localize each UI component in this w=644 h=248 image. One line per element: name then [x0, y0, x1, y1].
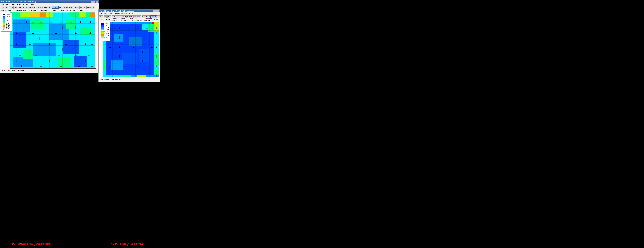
left-legend-val-4: 24.779: [6, 20, 10, 21]
right-window-controls: — □ ×: [152, 10, 160, 12]
left-tb2-query[interactable]: Query: [1, 9, 7, 11]
svg-rect: [32, 20, 44, 29]
left-legend-color-5: [3, 21, 5, 23]
right-tb2-beams[interactable]: Beams: [153, 19, 160, 21]
left-toolbar1: .LC Re BCs Loads BCs Legend Supports Rea…: [0, 6, 99, 9]
right-tb-reccontour[interactable]: Rec. Contour: [157, 15, 160, 18]
left-legend-item-8: 36.234: [3, 27, 10, 29]
left-menu-bar: File View Draw Action PLDesin Help: [0, 3, 99, 6]
right-tb2-query[interactable]: Query: [99, 19, 105, 21]
left-tb2-paths[interactable]: Paths Manager: [27, 9, 39, 11]
left-title-text: BE4E-PLPost - [1.LoadCase1-title1-LoadCa…: [1, 1, 36, 3]
left-title-bar: BE4E-PLPost - [1.LoadCase1-title1-LoadCa…: [0, 0, 99, 3]
left-tb-quadcontour[interactable]: Quad. Contour: [69, 6, 80, 9]
left-menu-help[interactable]: Help: [30, 4, 35, 6]
right-menu-help[interactable]: Help: [128, 13, 134, 15]
left-legend-val-8: 36.234: [6, 27, 10, 29]
right-legend-item-7: 58.554: [101, 34, 109, 36]
right-canvas: 15.982 23.078 30.173 37.268 44.364 51.45…: [99, 21, 160, 62]
left-tb-reactions[interactable]: Reactions: [36, 6, 43, 9]
right-maximize-btn[interactable]: □: [155, 10, 157, 12]
right-legend-item-5: 44.364: [101, 31, 109, 32]
svg-rect: [154, 22, 159, 31]
left-legend-color-1: [3, 14, 5, 15]
right-menu-action[interactable]: Action: [114, 13, 120, 15]
left-tb-maxmin[interactable]: Max/Min: [80, 6, 86, 9]
right-tb-lc[interactable]: .LC: [99, 15, 103, 18]
right-minimize-btn[interactable]: —: [152, 10, 155, 12]
left-legend-item-3: 21.916: [3, 18, 10, 19]
left-maximize-btn[interactable]: □: [93, 1, 96, 3]
left-tb2-solve[interactable]: Solve: [7, 9, 12, 11]
svg-rect: [62, 40, 79, 54]
right-tb-re[interactable]: Re: [104, 15, 107, 18]
left-tb-lc[interactable]: .LC: [1, 6, 4, 9]
left-menu-file[interactable]: File: [1, 4, 5, 6]
left-legend-item-2: 19.052: [3, 16, 10, 17]
left-tb-reccontour[interactable]: Rec. Contour: [59, 6, 69, 9]
left-legend-color-4: [3, 19, 5, 21]
svg-rect: [90, 13, 95, 17]
left-tb-assemblies[interactable]: Assemblies: [43, 6, 52, 9]
right-menu-draw[interactable]: Draw: [109, 13, 114, 15]
left-legend-color-7: [3, 25, 5, 27]
left-tb-bcs[interactable]: BCs: [9, 6, 13, 9]
left-tb2-beams[interactable]: Beams: [77, 9, 84, 11]
left-legend-color-8: [3, 27, 5, 29]
left-tb-loads[interactable]: Loads: [14, 6, 18, 9]
left-tb-drawstrip[interactable]: Draw Strip: [87, 6, 95, 9]
left-legend-val-7: 33.37: [6, 25, 10, 27]
right-close-btn[interactable]: ×: [157, 10, 160, 12]
left-legend-item-6: 30.506: [3, 23, 10, 25]
left-tb-supports[interactable]: Supports: [28, 6, 36, 9]
right-legend-box: 15.982 23.078 30.173 37.268 44.364 51.45…: [100, 22, 110, 41]
left-legend-val-2: 19.052: [6, 16, 10, 17]
right-menu-pldesin[interactable]: PLDesin: [121, 13, 128, 15]
right-legend-val-8: 65.65: [104, 37, 108, 38]
left-menu-view[interactable]: View: [5, 4, 10, 6]
right-tb2-solve[interactable]: Solve: [106, 19, 111, 21]
left-tb-bclegend[interactable]: BCs Legend: [19, 6, 28, 9]
svg-rect: [30, 13, 40, 17]
left-close-btn[interactable]: ×: [96, 1, 98, 3]
left-tb2-results[interactable]: Results Manager: [13, 9, 26, 11]
right-legend-color-6: [101, 33, 104, 34]
svg-rect: [86, 13, 90, 17]
svg-rect: [58, 57, 71, 62]
svg-rect: [148, 24, 154, 32]
right-menu-file[interactable]: File: [99, 13, 103, 15]
right-title-bar: BE4E-PLPost - [1.LoadCase1-title1-LoadCa…: [99, 10, 160, 13]
left-tb2-plcontrols[interactable]: PL Controls: [50, 9, 60, 11]
left-menu-pldesin[interactable]: PLDesin: [22, 4, 30, 6]
right-legend-color-2: [101, 25, 104, 27]
left-tb2-select[interactable]: Select Case: [40, 9, 50, 11]
left-menu-action[interactable]: Action: [16, 4, 22, 6]
left-legend-color-6: [3, 23, 5, 25]
svg-rect: [139, 49, 150, 62]
svg-rect: [103, 60, 106, 62]
left-window: BE4E-PLPost - [1.LoadCase1-title1-LoadCa…: [0, 0, 99, 62]
right-tb-bcs[interactable]: BCs: [108, 15, 112, 18]
svg-rect: [81, 28, 92, 35]
left-legend-item-7: 33.37: [3, 25, 10, 27]
right-title-text: BE4E-PLPost - [1.LoadCase1-title1-LoadCa…: [100, 10, 134, 12]
right-legend-item-8: 65.65: [101, 36, 109, 38]
svg-rect: [122, 53, 137, 62]
left-legend-val-6: 30.506: [6, 23, 10, 25]
right-legend-item-4: 37.268: [101, 29, 109, 30]
right-legend-color-8: [101, 36, 104, 38]
left-tb-re[interactable]: Re: [5, 6, 8, 9]
left-legend-item-5: 27.643: [3, 21, 10, 23]
right-menu-view[interactable]: View: [104, 13, 109, 15]
right-toolbar2: Query Solve Results Manager Paths Manage…: [99, 18, 160, 21]
left-tb-legend[interactable]: Legend: [52, 6, 58, 9]
left-minimize-btn[interactable]: —: [91, 1, 93, 3]
right-legend-val-3: 30.173: [104, 27, 109, 29]
right-legend-item-6: 51.459: [101, 33, 109, 34]
right-legend-val-4: 37.268: [104, 29, 109, 30]
left-menu-draw[interactable]: Draw: [10, 4, 16, 6]
right-legend-color-5: [101, 31, 104, 32]
left-legend-item-1: 16.188: [3, 14, 10, 15]
svg-rect: [13, 20, 30, 32]
left-tb2-assemblymgr[interactable]: Assemblies Manager: [60, 9, 77, 11]
